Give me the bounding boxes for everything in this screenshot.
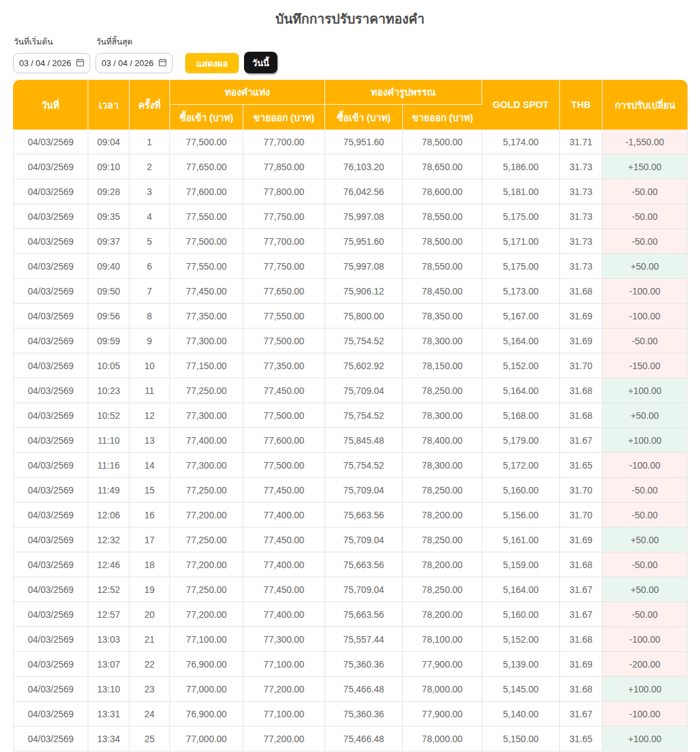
ornament-buy-cell: 75,709.04	[325, 378, 403, 403]
ornament-buy-cell: 76,042.56	[325, 179, 403, 204]
time-cell: 12:57	[88, 602, 130, 627]
thb-cell: 31.73	[560, 254, 603, 279]
time-cell: 13:07	[88, 652, 130, 677]
ornament-buy-cell: 75,709.04	[325, 478, 403, 503]
ornament-buy-cell: 75,663.56	[325, 503, 403, 528]
bar-sell-cell: 77,100.00	[243, 652, 325, 677]
ornament-buy-cell: 75,951.60	[325, 229, 403, 254]
header-gold-ornament: ทองคำรูปพรรณ	[325, 80, 482, 105]
time-cell: 12:52	[88, 577, 130, 602]
bar-buy-cell: 77,000.00	[170, 677, 243, 702]
ornament-sell-cell: 78,200.00	[403, 503, 482, 528]
table-row: 04/03/256913:342577,000.0077,200.0075,46…	[13, 726, 688, 751]
round-cell: 14	[130, 453, 170, 478]
bar-buy-cell: 77,200.00	[170, 552, 243, 577]
time-cell: 09:59	[88, 329, 130, 353]
ornament-sell-cell: 78,250.00	[403, 528, 482, 552]
date-cell: 04/03/2569	[13, 652, 88, 677]
date-cell: 04/03/2569	[13, 254, 88, 279]
ornament-buy-cell: 75,997.08	[325, 204, 403, 229]
ornament-sell-cell: 77,900.00	[403, 702, 482, 726]
show-results-button[interactable]: แสดงผล	[185, 53, 239, 73]
date-cell: 04/03/2569	[13, 552, 88, 577]
ornament-buy-cell: 75,951.60	[325, 130, 403, 154]
round-cell: 21	[130, 627, 170, 652]
bar-sell-cell: 77,850.00	[243, 154, 325, 179]
table-row: 04/03/256912:321777,250.0077,450.0075,70…	[13, 528, 688, 552]
ornament-sell-cell: 78,300.00	[403, 329, 482, 353]
bar-sell-cell: 77,450.00	[243, 478, 325, 503]
end-date-value: 03 / 04 / 2026	[101, 58, 154, 68]
end-date-input[interactable]: 03 / 04 / 2026	[96, 53, 173, 73]
date-cell: 04/03/2569	[13, 378, 88, 403]
time-cell: 13:34	[88, 726, 130, 751]
table-row: 04/03/256909:50777,450.0077,650.0075,906…	[13, 279, 688, 304]
thb-cell: 31.69	[560, 304, 603, 329]
date-cell: 04/03/2569	[13, 677, 88, 702]
calendar-icon[interactable]	[158, 58, 167, 69]
ornament-buy-cell: 75,602.92	[325, 353, 403, 378]
ornament-sell-cell: 78,550.00	[403, 204, 482, 229]
thb-cell: 31.67	[560, 428, 603, 453]
bar-sell-cell: 77,650.00	[243, 279, 325, 304]
ornament-sell-cell: 78,100.00	[403, 627, 482, 652]
bar-buy-cell: 77,500.00	[170, 229, 243, 254]
start-date-value: 03 / 04 / 2026	[19, 58, 71, 68]
gold-spot-cell: 5,175.00	[482, 204, 560, 229]
bar-buy-cell: 77,000.00	[170, 726, 243, 751]
round-cell: 16	[130, 503, 170, 528]
date-cell: 04/03/2569	[13, 428, 88, 453]
bar-buy-cell: 77,150.00	[170, 353, 243, 378]
bar-buy-cell: 77,600.00	[170, 179, 243, 204]
gold-spot-cell: 5,164.00	[482, 577, 560, 602]
table-row: 04/03/256909:56877,350.0077,550.0075,800…	[13, 304, 688, 329]
bar-sell-cell: 77,350.00	[243, 353, 325, 378]
start-date-input[interactable]: 03 / 04 / 2026	[13, 53, 90, 73]
round-cell: 23	[130, 677, 170, 702]
thb-cell: 31.69	[560, 528, 603, 552]
table-row: 04/03/256909:04177,500.0077,700.0075,951…	[13, 130, 688, 154]
table-row: 04/03/256909:59977,300.0077,500.0075,754…	[13, 329, 688, 353]
calendar-icon[interactable]	[76, 58, 84, 69]
thb-cell: 31.68	[560, 279, 603, 304]
round-cell: 17	[130, 528, 170, 552]
table-row: 04/03/256911:101377,400.0077,600.0075,84…	[13, 428, 688, 453]
ornament-buy-cell: 75,754.52	[325, 403, 403, 428]
bar-sell-cell: 77,200.00	[243, 726, 325, 751]
header-time: เวลา	[88, 80, 130, 130]
bar-sell-cell: 77,750.00	[243, 254, 325, 279]
time-cell: 13:10	[88, 677, 130, 702]
date-cell: 04/03/2569	[13, 279, 88, 304]
ornament-buy-cell: 75,557.44	[325, 627, 403, 652]
gold-spot-cell: 5,139.00	[482, 652, 560, 677]
gold-spot-cell: 5,168.00	[482, 403, 560, 428]
change-cell: +50.00	[603, 577, 688, 602]
change-cell: +50.00	[603, 254, 688, 279]
bar-sell-cell: 77,500.00	[243, 453, 325, 478]
table-row: 04/03/256913:032177,100.0077,300.0075,55…	[13, 627, 688, 652]
gold-spot-cell: 5,152.00	[482, 353, 560, 378]
bar-buy-cell: 77,250.00	[170, 528, 243, 552]
gold-spot-cell: 5,160.00	[482, 602, 560, 627]
date-cell: 04/03/2569	[13, 304, 88, 329]
round-cell: 10	[130, 353, 170, 378]
ornament-sell-cell: 78,300.00	[403, 453, 482, 478]
ornament-buy-cell: 75,754.52	[325, 453, 403, 478]
thb-cell: 31.67	[560, 602, 603, 627]
time-cell: 09:40	[88, 254, 130, 279]
change-cell: +100.00	[603, 378, 688, 403]
change-cell: +150.00	[603, 154, 688, 179]
table-row: 04/03/256910:231177,250.0077,450.0075,70…	[13, 378, 688, 403]
bar-sell-cell: 77,700.00	[243, 130, 325, 154]
bar-buy-cell: 77,200.00	[170, 602, 243, 627]
bar-sell-cell: 77,200.00	[243, 677, 325, 702]
today-button[interactable]: วันนี้	[244, 52, 277, 73]
round-cell: 24	[130, 702, 170, 726]
change-cell: -100.00	[603, 279, 688, 304]
bar-sell-cell: 77,400.00	[243, 503, 325, 528]
header-gold-bar: ทองคำแท่ง	[170, 80, 325, 105]
ornament-sell-cell: 78,650.00	[403, 154, 482, 179]
change-cell: -100.00	[603, 304, 688, 329]
ornament-buy-cell: 75,709.04	[325, 577, 403, 602]
thb-cell: 31.68	[560, 403, 603, 428]
